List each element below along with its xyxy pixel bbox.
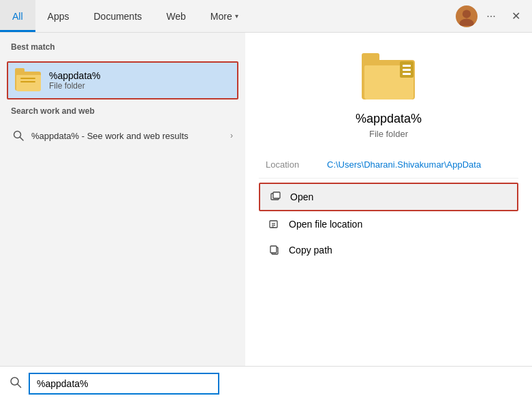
folder-icon-large: [362, 53, 416, 102]
detail-subtitle: File folder: [369, 129, 408, 139]
search-query: %appdata%: [31, 131, 79, 141]
open-location-icon: [268, 218, 281, 230]
open-label: Open: [290, 191, 313, 202]
folder-icon-small: [15, 68, 42, 93]
bottom-search-icon: [10, 376, 22, 391]
best-match-subtitle: File folder: [49, 81, 101, 91]
close-button[interactable]: ✕: [505, 5, 527, 27]
location-row: Location C:\Users\Dharani.Shivakumar\App…: [259, 155, 518, 174]
search-icon: [12, 129, 25, 142]
bottom-bar: [0, 366, 532, 400]
left-panel: Best match %appdata% File folder Search …: [0, 33, 245, 366]
search-web-item[interactable]: %appdata% - See work and web results ›: [7, 125, 238, 146]
best-match-item[interactable]: %appdata% File folder: [7, 61, 238, 99]
right-panel: %appdata% File folder Location C:\Users\…: [245, 33, 532, 366]
svg-point-0: [463, 10, 471, 18]
search-query-suffix: - See work and web results: [79, 131, 188, 141]
tab-bar-actions: ··· ✕: [456, 0, 532, 32]
tab-all[interactable]: All: [0, 0, 35, 32]
best-match-label: Best match: [7, 42, 238, 55]
open-file-location-action[interactable]: Open file location: [259, 211, 518, 237]
search-web-label: Search work and web: [7, 106, 238, 119]
chevron-down-icon: ▾: [235, 12, 238, 20]
open-file-location-label: Open file location: [289, 219, 362, 230]
avatar[interactable]: [456, 5, 478, 27]
chevron-right-icon: ›: [230, 131, 233, 140]
tab-web[interactable]: Web: [154, 0, 198, 32]
main-content: Best match %appdata% File folder Search …: [0, 33, 532, 366]
open-icon: [270, 191, 282, 203]
svg-line-3: [20, 138, 24, 141]
svg-point-1: [460, 18, 474, 26]
location-label: Location: [266, 159, 327, 170]
svg-rect-11: [270, 246, 277, 253]
search-input[interactable]: [29, 373, 219, 395]
divider: [259, 178, 518, 179]
detail-title: %appdata%: [356, 112, 422, 126]
tab-apps[interactable]: Apps: [35, 0, 82, 32]
tab-more[interactable]: More ▾: [198, 0, 251, 32]
close-icon: ✕: [512, 10, 520, 22]
open-action[interactable]: Open: [259, 183, 518, 211]
location-value[interactable]: C:\Users\Dharani.Shivakumar\AppData: [327, 159, 481, 170]
svg-line-13: [18, 384, 21, 387]
tab-bar: All Apps Documents Web More ▾ ··· ✕: [0, 0, 532, 33]
svg-rect-5: [273, 192, 280, 198]
more-options-button[interactable]: ···: [480, 5, 502, 27]
best-match-title: %appdata%: [49, 70, 101, 81]
copy-icon: [268, 244, 281, 256]
tab-documents[interactable]: Documents: [81, 0, 154, 32]
copy-path-action[interactable]: Copy path: [259, 237, 518, 263]
copy-path-label: Copy path: [289, 245, 332, 256]
